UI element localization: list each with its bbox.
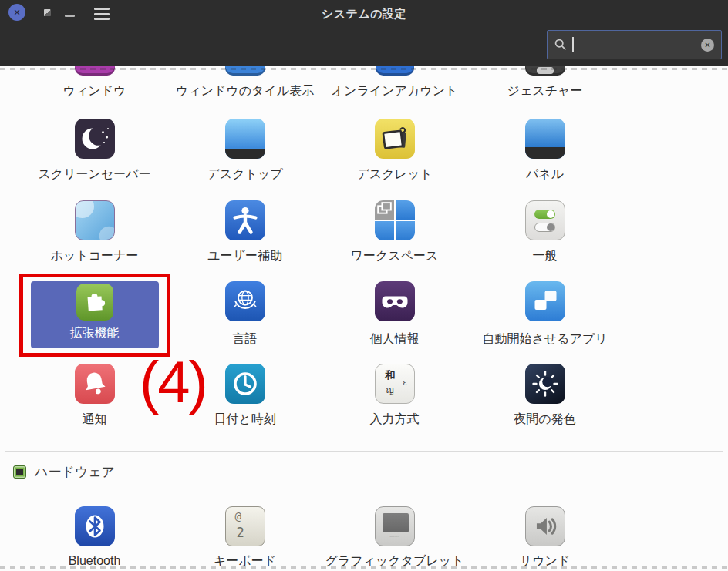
settings-grid-area: ウィンドウウィンドウのタイル表示オンラインアカウントジェスチャースクリーンセーバ… [0,66,728,571]
hardware-section-header: ハードウェア [13,464,115,479]
search-input[interactable] [574,39,702,51]
annotation-number: (4) [140,353,207,411]
section-separator [5,451,723,452]
system-settings-window: ✕ システムの設定 ✕ ウィンドウウィンドウのタイル表示オンラインアカウントジェ… [0,0,728,571]
hardware-section-title: ハードウェア [35,463,115,481]
graphics-tablet-icon: wacom [375,506,415,546]
scroll-indicator-top [0,68,728,70]
chip-icon [13,465,26,479]
clear-search-icon[interactable]: ✕ [701,39,714,52]
search-box[interactable]: ✕ [547,30,722,59]
scroll-indicator-bottom [0,566,728,569]
search-icon [554,39,567,51]
bluetooth-icon [75,506,115,546]
titlebar: ✕ システムの設定 ✕ [0,0,728,66]
window-title: システムの設定 [0,7,728,22]
settings-item-graphics-tablet[interactable]: wacomグラフィックタブレット [319,66,470,571]
settings-item-keyboard[interactable]: @2キーボード [170,66,320,571]
settings-item-sound[interactable]: サウンド [470,66,620,571]
speaker-icon [525,506,565,546]
highlight-box-annotation [19,274,170,357]
keyboard-key-icon: @2 [225,506,265,546]
